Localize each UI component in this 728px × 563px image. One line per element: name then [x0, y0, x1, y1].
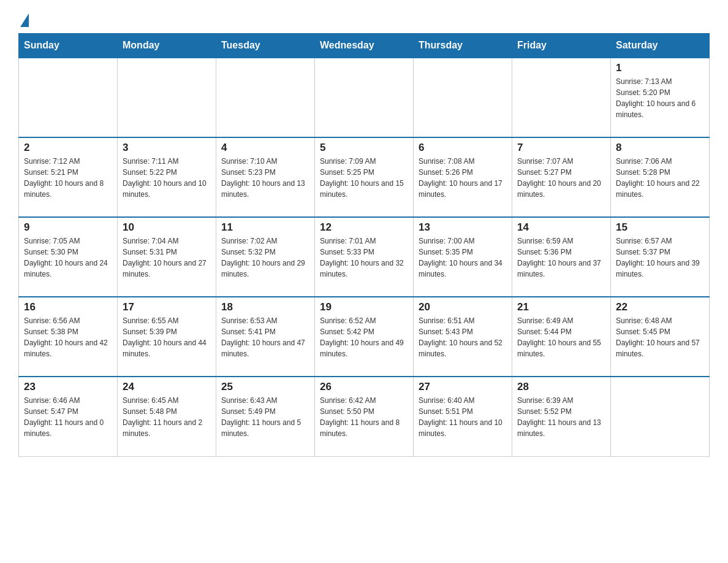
day-number: 8	[616, 142, 704, 154]
calendar-cell: 8Sunrise: 7:06 AM Sunset: 5:28 PM Daylig…	[611, 137, 710, 217]
day-number: 14	[517, 221, 605, 234]
calendar-cell: 16Sunrise: 6:56 AM Sunset: 5:38 PM Dayli…	[19, 297, 118, 377]
day-info: Sunrise: 7:05 AM Sunset: 5:30 PM Dayligh…	[24, 236, 112, 280]
day-number: 13	[419, 221, 507, 234]
day-number: 11	[221, 221, 309, 234]
day-info: Sunrise: 7:12 AM Sunset: 5:21 PM Dayligh…	[24, 156, 112, 200]
weekday-header-thursday: Thursday	[414, 34, 512, 58]
day-number: 9	[24, 221, 112, 234]
calendar-cell	[315, 58, 414, 137]
week-row-3: 9Sunrise: 7:05 AM Sunset: 5:30 PM Daylig…	[19, 217, 710, 297]
week-row-1: 1Sunrise: 7:13 AM Sunset: 5:20 PM Daylig…	[19, 58, 710, 137]
day-info: Sunrise: 7:01 AM Sunset: 5:33 PM Dayligh…	[320, 236, 408, 280]
day-number: 20	[419, 301, 507, 313]
day-info: Sunrise: 6:46 AM Sunset: 5:47 PM Dayligh…	[24, 395, 112, 439]
day-number: 18	[221, 301, 309, 313]
calendar-cell: 19Sunrise: 6:52 AM Sunset: 5:42 PM Dayli…	[315, 297, 414, 377]
day-number: 3	[123, 142, 211, 154]
calendar-cell: 7Sunrise: 7:07 AM Sunset: 5:27 PM Daylig…	[512, 137, 611, 217]
week-row-2: 2Sunrise: 7:12 AM Sunset: 5:21 PM Daylig…	[19, 137, 710, 217]
day-number: 5	[320, 142, 408, 154]
weekday-header-monday: Monday	[118, 34, 216, 58]
logo-triangle-icon	[20, 13, 29, 27]
day-info: Sunrise: 6:40 AM Sunset: 5:51 PM Dayligh…	[419, 395, 507, 439]
day-number: 16	[24, 301, 112, 313]
calendar-cell: 15Sunrise: 6:57 AM Sunset: 5:37 PM Dayli…	[611, 217, 710, 297]
weekday-header-friday: Friday	[512, 34, 611, 58]
day-info: Sunrise: 6:55 AM Sunset: 5:39 PM Dayligh…	[123, 315, 211, 359]
day-number: 24	[123, 381, 211, 393]
calendar-cell	[611, 377, 710, 456]
day-info: Sunrise: 6:59 AM Sunset: 5:36 PM Dayligh…	[517, 236, 605, 280]
calendar-cell: 17Sunrise: 6:55 AM Sunset: 5:39 PM Dayli…	[118, 297, 216, 377]
calendar-cell: 26Sunrise: 6:42 AM Sunset: 5:50 PM Dayli…	[315, 377, 414, 456]
day-info: Sunrise: 6:43 AM Sunset: 5:49 PM Dayligh…	[221, 395, 309, 439]
calendar-cell: 3Sunrise: 7:11 AM Sunset: 5:22 PM Daylig…	[118, 137, 216, 217]
calendar-cell: 2Sunrise: 7:12 AM Sunset: 5:21 PM Daylig…	[19, 137, 118, 217]
calendar-cell: 10Sunrise: 7:04 AM Sunset: 5:31 PM Dayli…	[118, 217, 216, 297]
day-info: Sunrise: 7:06 AM Sunset: 5:28 PM Dayligh…	[616, 156, 704, 200]
calendar-cell: 12Sunrise: 7:01 AM Sunset: 5:33 PM Dayli…	[315, 217, 414, 297]
weekday-header-sunday: Sunday	[19, 34, 118, 58]
weekday-header-row: SundayMondayTuesdayWednesdayThursdayFrid…	[19, 34, 710, 58]
week-row-5: 23Sunrise: 6:46 AM Sunset: 5:47 PM Dayli…	[19, 377, 710, 456]
calendar-cell: 21Sunrise: 6:49 AM Sunset: 5:44 PM Dayli…	[512, 297, 611, 377]
day-info: Sunrise: 7:10 AM Sunset: 5:23 PM Dayligh…	[221, 156, 309, 200]
calendar-cell: 25Sunrise: 6:43 AM Sunset: 5:49 PM Dayli…	[216, 377, 315, 456]
day-number: 21	[517, 301, 605, 313]
day-info: Sunrise: 7:04 AM Sunset: 5:31 PM Dayligh…	[123, 236, 211, 280]
day-number: 28	[517, 381, 605, 393]
day-info: Sunrise: 6:48 AM Sunset: 5:45 PM Dayligh…	[616, 315, 704, 359]
day-number: 6	[419, 142, 507, 154]
day-number: 26	[320, 381, 408, 393]
day-number: 17	[123, 301, 211, 313]
calendar-cell: 13Sunrise: 7:00 AM Sunset: 5:35 PM Dayli…	[414, 217, 512, 297]
calendar-cell	[216, 58, 315, 137]
calendar-cell: 23Sunrise: 6:46 AM Sunset: 5:47 PM Dayli…	[19, 377, 118, 456]
calendar-cell: 6Sunrise: 7:08 AM Sunset: 5:26 PM Daylig…	[414, 137, 512, 217]
day-info: Sunrise: 7:07 AM Sunset: 5:27 PM Dayligh…	[517, 156, 605, 200]
day-info: Sunrise: 7:02 AM Sunset: 5:32 PM Dayligh…	[221, 236, 309, 280]
day-info: Sunrise: 6:51 AM Sunset: 5:43 PM Dayligh…	[419, 315, 507, 359]
calendar-cell: 4Sunrise: 7:10 AM Sunset: 5:23 PM Daylig…	[216, 137, 315, 217]
calendar-cell: 24Sunrise: 6:45 AM Sunset: 5:48 PM Dayli…	[118, 377, 216, 456]
day-number: 1	[616, 62, 704, 74]
day-number: 23	[24, 381, 112, 393]
day-number: 15	[616, 221, 704, 234]
calendar-cell: 5Sunrise: 7:09 AM Sunset: 5:25 PM Daylig…	[315, 137, 414, 217]
day-info: Sunrise: 6:57 AM Sunset: 5:37 PM Dayligh…	[616, 236, 704, 280]
day-info: Sunrise: 6:52 AM Sunset: 5:42 PM Dayligh…	[320, 315, 408, 359]
calendar-cell: 22Sunrise: 6:48 AM Sunset: 5:45 PM Dayli…	[611, 297, 710, 377]
day-number: 27	[419, 381, 507, 393]
day-number: 2	[24, 142, 112, 154]
page-header	[18, 12, 710, 27]
calendar-cell	[414, 58, 512, 137]
day-number: 4	[221, 142, 309, 154]
day-number: 19	[320, 301, 408, 313]
day-number: 22	[616, 301, 704, 313]
day-info: Sunrise: 6:53 AM Sunset: 5:41 PM Dayligh…	[221, 315, 309, 359]
calendar-cell	[118, 58, 216, 137]
calendar-cell: 20Sunrise: 6:51 AM Sunset: 5:43 PM Dayli…	[414, 297, 512, 377]
day-number: 10	[123, 221, 211, 234]
day-info: Sunrise: 6:49 AM Sunset: 5:44 PM Dayligh…	[517, 315, 605, 359]
day-info: Sunrise: 6:42 AM Sunset: 5:50 PM Dayligh…	[320, 395, 408, 439]
day-number: 25	[221, 381, 309, 393]
weekday-header-saturday: Saturday	[611, 34, 710, 58]
day-info: Sunrise: 7:00 AM Sunset: 5:35 PM Dayligh…	[419, 236, 507, 280]
day-number: 12	[320, 221, 408, 234]
calendar-cell: 1Sunrise: 7:13 AM Sunset: 5:20 PM Daylig…	[611, 58, 710, 137]
logo	[18, 12, 29, 27]
day-info: Sunrise: 7:11 AM Sunset: 5:22 PM Dayligh…	[123, 156, 211, 200]
day-info: Sunrise: 6:56 AM Sunset: 5:38 PM Dayligh…	[24, 315, 112, 359]
calendar-cell: 28Sunrise: 6:39 AM Sunset: 5:52 PM Dayli…	[512, 377, 611, 456]
calendar-cell: 14Sunrise: 6:59 AM Sunset: 5:36 PM Dayli…	[512, 217, 611, 297]
day-number: 7	[517, 142, 605, 154]
calendar-cell: 18Sunrise: 6:53 AM Sunset: 5:41 PM Dayli…	[216, 297, 315, 377]
weekday-header-tuesday: Tuesday	[216, 34, 315, 58]
calendar-cell	[512, 58, 611, 137]
week-row-4: 16Sunrise: 6:56 AM Sunset: 5:38 PM Dayli…	[19, 297, 710, 377]
calendar-cell: 11Sunrise: 7:02 AM Sunset: 5:32 PM Dayli…	[216, 217, 315, 297]
calendar-cell: 9Sunrise: 7:05 AM Sunset: 5:30 PM Daylig…	[19, 217, 118, 297]
day-info: Sunrise: 7:08 AM Sunset: 5:26 PM Dayligh…	[419, 156, 507, 200]
